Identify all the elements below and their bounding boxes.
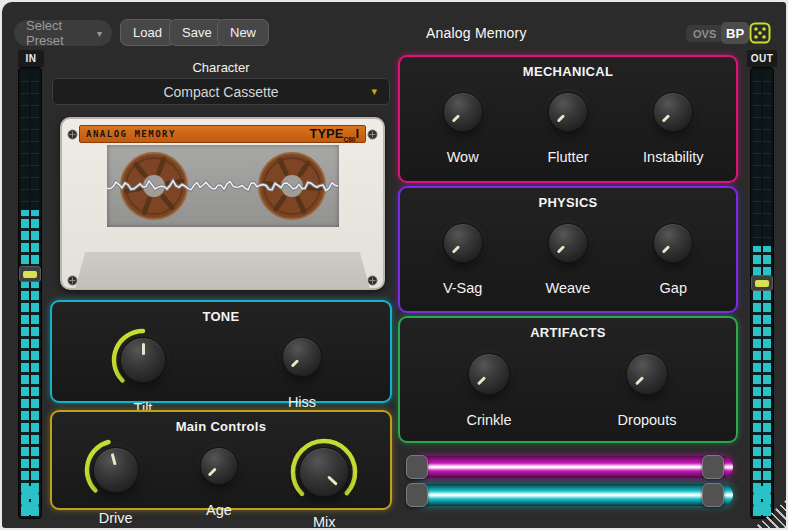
knob-instability[interactable]: Instability xyxy=(640,79,706,165)
knob-crinkle[interactable]: Crinkle xyxy=(455,340,523,428)
knob-pointer xyxy=(635,376,644,385)
preset-select-value: Select Preset xyxy=(26,18,91,48)
screw-icon xyxy=(67,129,78,140)
knob-label: Weave xyxy=(546,280,591,296)
knob-label: Hiss xyxy=(288,394,316,410)
knob-label: Gap xyxy=(660,280,687,296)
out-meter[interactable] xyxy=(750,67,774,519)
knob-pointer xyxy=(662,114,671,123)
meter-channel-divider xyxy=(29,70,31,516)
knob-tilt[interactable]: Tilt xyxy=(107,324,179,416)
knob-label: Drive xyxy=(99,510,133,526)
slider-handle-right[interactable] xyxy=(702,483,724,507)
character-label: Character xyxy=(50,60,392,75)
chevron-down-icon: ▾ xyxy=(371,85,377,98)
knob-weave[interactable]: Weave xyxy=(535,210,601,296)
out-gain-fader[interactable] xyxy=(751,275,773,291)
knob-body[interactable] xyxy=(468,353,510,395)
knob-pointer xyxy=(291,359,300,368)
dice-random-icon[interactable] xyxy=(749,22,771,44)
bypass-button[interactable]: BP xyxy=(721,22,749,44)
slider-tube xyxy=(413,456,733,478)
section-title: Main Controls xyxy=(52,419,390,434)
knob-body[interactable] xyxy=(443,223,483,263)
knob-label: Wow xyxy=(447,149,479,165)
character-select[interactable]: Compact Cassette ▾ xyxy=(52,78,390,105)
cassette-graphic: ANALOG MEMORY TYPEC60I xyxy=(60,117,385,290)
plugin-window: Select Preset ▾ Load Save New Analog Mem… xyxy=(2,2,786,528)
knob-body[interactable] xyxy=(653,92,693,132)
cassette-window xyxy=(107,145,339,227)
knob-label: Age xyxy=(206,502,232,518)
section-mechanical: MECHANICAL WowFlutterInstability xyxy=(398,55,738,183)
section-title: MECHANICAL xyxy=(400,64,736,79)
meter-peak-blocks xyxy=(22,483,39,515)
knob-body[interactable] xyxy=(282,337,322,377)
oversampling-button[interactable]: OVS xyxy=(686,25,723,42)
knob-body[interactable] xyxy=(299,447,349,497)
knob-age[interactable]: Age xyxy=(187,434,251,518)
knob-pointer xyxy=(110,453,116,465)
section-title: PHYSICS xyxy=(400,195,736,210)
knob-pointer xyxy=(142,343,145,354)
knob-gap[interactable]: Gap xyxy=(640,210,706,296)
knob-body[interactable] xyxy=(548,223,588,263)
knob-pointer xyxy=(477,376,486,385)
knob-wow[interactable]: Wow xyxy=(430,79,496,165)
load-button[interactable]: Load xyxy=(120,19,175,46)
knob-body[interactable] xyxy=(653,223,693,263)
knob-body[interactable] xyxy=(548,92,588,132)
section-title: TONE xyxy=(52,309,390,324)
meter-channel-divider xyxy=(761,70,763,516)
knob-label: Flutter xyxy=(547,149,588,165)
knob-body[interactable] xyxy=(120,337,166,383)
knob-pointer xyxy=(451,114,460,123)
knob-pointer xyxy=(557,114,566,123)
out-meter-label: OUT xyxy=(747,50,777,67)
tape-reels xyxy=(107,145,339,227)
knob-label: V-Sag xyxy=(443,280,483,296)
knob-pointer xyxy=(662,245,671,254)
new-button[interactable]: New xyxy=(217,19,269,46)
cassette-base-trapezoid xyxy=(75,252,370,289)
knob-flutter[interactable]: Flutter xyxy=(535,79,601,165)
knob-label: Mix xyxy=(313,514,336,528)
meter-peak-blocks xyxy=(754,483,771,515)
range-slider-cyan[interactable] xyxy=(406,483,736,507)
knob-body[interactable] xyxy=(443,92,483,132)
knob-label: Crinkle xyxy=(466,412,511,428)
section-tone: TONE TiltHiss xyxy=(50,300,392,403)
slider-handle-right[interactable] xyxy=(702,455,724,479)
knob-mix[interactable]: Mix xyxy=(286,434,362,528)
in-meter-label: IN xyxy=(18,50,44,67)
knob-pointer xyxy=(328,475,339,486)
knob-body[interactable] xyxy=(200,447,238,485)
knob-drive[interactable]: Drive xyxy=(80,434,152,526)
knob-dropouts[interactable]: Dropouts xyxy=(613,340,681,428)
slider-handle-left[interactable] xyxy=(406,455,428,479)
section-main-controls: Main Controls DriveAgeMix xyxy=(50,410,392,510)
slider-handle-left[interactable] xyxy=(406,483,428,507)
cassette-brand-text: ANALOG MEMORY xyxy=(86,129,176,139)
knob-label: Dropouts xyxy=(618,412,677,428)
knob-v-sag[interactable]: V-Sag xyxy=(430,210,496,296)
knob-body[interactable] xyxy=(93,447,139,493)
section-physics: PHYSICS V-SagWeaveGap xyxy=(398,186,738,313)
section-artifacts: ARTIFACTS CrinkleDropouts xyxy=(398,316,738,443)
range-slider-magenta[interactable] xyxy=(406,455,736,479)
character-select-value: Compact Cassette xyxy=(163,84,278,100)
knob-body[interactable] xyxy=(626,353,668,395)
in-gain-fader[interactable] xyxy=(19,266,41,282)
section-title: ARTIFACTS xyxy=(400,325,736,340)
chevron-down-icon: ▾ xyxy=(97,28,102,39)
knob-pointer xyxy=(557,245,566,254)
plugin-title: Analog Memory xyxy=(426,25,527,41)
knob-label: Instability xyxy=(643,149,703,165)
cassette-label-strip: ANALOG MEMORY TYPEC60I xyxy=(79,125,366,143)
knob-pointer xyxy=(208,468,217,477)
in-meter[interactable] xyxy=(18,67,42,519)
preset-select[interactable]: Select Preset ▾ xyxy=(14,20,112,46)
cassette-type-text: TYPEC60I xyxy=(309,126,359,143)
knob-hiss[interactable]: Hiss xyxy=(269,324,335,410)
screw-icon xyxy=(367,129,378,140)
